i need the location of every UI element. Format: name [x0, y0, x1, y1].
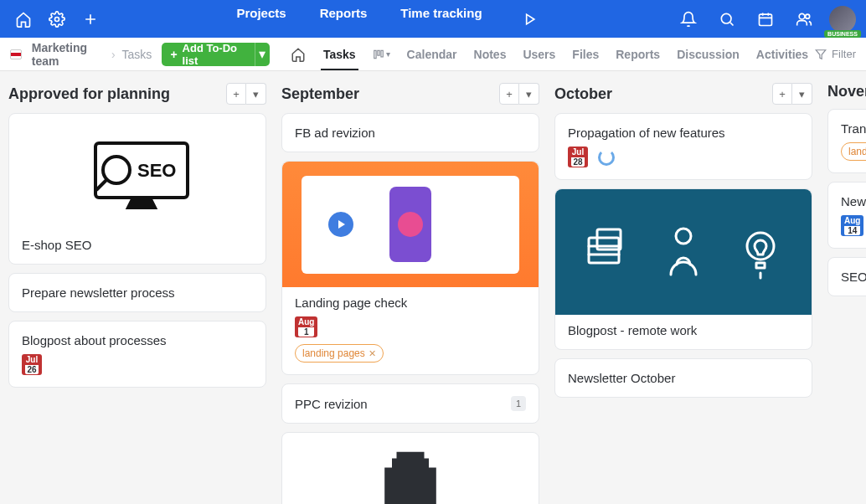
svg-point-4 — [806, 14, 810, 18]
nav-projects[interactable]: Projects — [236, 6, 286, 33]
task-title: Translations — [841, 121, 864, 136]
calendar-icon[interactable] — [752, 6, 779, 33]
task-card[interactable] — [281, 432, 539, 504]
task-title: Newsletter October — [568, 371, 799, 385]
due-date-badge: Jul 28 — [568, 147, 588, 167]
task-card[interactable]: Newsletter October — [554, 358, 812, 398]
svg-point-0 — [55, 17, 59, 21]
add-todo-button[interactable]: +Add To-Do list ▾ — [162, 43, 270, 66]
tab-discussion[interactable]: Discussion — [677, 39, 740, 69]
nav-reports[interactable]: Reports — [320, 6, 368, 33]
breadcrumb: Marketing team › Tasks — [10, 41, 152, 68]
view-name: Tasks — [122, 48, 152, 61]
seo-illustration: SEO — [18, 122, 257, 231]
column-menu-button[interactable]: ▾ — [246, 83, 266, 105]
tag-chip[interactable]: landing — [841, 142, 866, 161]
people-icon[interactable] — [791, 6, 817, 33]
task-card[interactable]: PPC revizion 1 — [281, 383, 539, 424]
task-card[interactable]: SEO E-shop SEO — [8, 113, 266, 265]
play-icon — [328, 212, 353, 237]
landing-hero-image — [282, 162, 539, 287]
task-title: Prepare newsletter process — [22, 285, 253, 300]
add-todo-caret[interactable]: ▾ — [255, 43, 270, 66]
due-date-badge: Aug 1 — [295, 316, 317, 337]
avatar[interactable]: BUSINESS — [829, 6, 856, 33]
task-title: Landing page check — [295, 296, 526, 310]
svg-point-13 — [676, 229, 691, 244]
column-menu-button[interactable]: ▾ — [519, 83, 539, 105]
task-title: Blogpost about processes — [22, 333, 253, 347]
play-icon[interactable] — [516, 6, 543, 33]
plan-badge: BUSINESS — [824, 30, 861, 38]
task-title: SEO check — [841, 270, 864, 284]
gear-icon[interactable] — [44, 6, 70, 33]
task-card[interactable]: FB ad revizion — [281, 113, 539, 152]
tag-remove-icon[interactable]: ✕ — [369, 348, 376, 359]
task-card[interactable]: Propagation of new features Jul 28 — [554, 113, 812, 180]
view-toggle[interactable]: ▾ — [373, 49, 390, 60]
task-title: E-shop SEO — [22, 238, 253, 252]
task-card[interactable]: SEO check — [827, 257, 866, 296]
tab-tasks[interactable]: Tasks — [323, 39, 356, 69]
loading-spinner-icon — [598, 149, 615, 166]
task-card[interactable]: Prepare newsletter process — [8, 273, 266, 312]
task-title: Blogpost - remote work — [568, 323, 799, 337]
count-badge: 1 — [511, 396, 526, 411]
task-title: FB ad revizion — [295, 126, 526, 140]
column-menu-button[interactable]: ▾ — [792, 83, 812, 105]
tab-home-icon[interactable] — [290, 46, 307, 63]
bell-icon[interactable] — [675, 6, 702, 33]
column-title-september: September — [281, 85, 359, 103]
column-add-button[interactable]: + — [772, 83, 792, 105]
home-icon[interactable] — [10, 6, 37, 33]
column-add-button[interactable]: + — [499, 83, 519, 105]
search-icon[interactable] — [714, 6, 740, 33]
tag-chip[interactable]: landing pages✕ — [295, 344, 384, 363]
task-title: Newsletter — [841, 194, 864, 208]
svg-rect-2 — [760, 14, 772, 25]
document-illustration — [295, 445, 526, 504]
tab-activities[interactable]: Activities — [756, 39, 808, 69]
nav-timetracking[interactable]: Time tracking — [400, 6, 482, 33]
tab-users[interactable]: Users — [523, 39, 555, 69]
column-title-approved: Approved for planning — [8, 85, 170, 103]
column-title-november: November — [827, 83, 866, 100]
task-card[interactable]: Landing page check Aug 1 landing pages✕ — [281, 161, 539, 375]
remote-hero-image — [555, 189, 812, 315]
tab-reports[interactable]: Reports — [616, 39, 660, 69]
svg-text:SEO: SEO — [137, 160, 176, 181]
plus-icon[interactable] — [77, 6, 104, 33]
task-card[interactable]: Translations landing — [827, 109, 866, 173]
task-card[interactable]: Newsletter Aug 14 — [827, 182, 866, 249]
due-date-badge: Aug 14 — [841, 215, 863, 236]
tab-notes[interactable]: Notes — [474, 39, 507, 69]
svg-rect-15 — [756, 263, 765, 268]
svg-rect-7 — [381, 50, 383, 57]
task-card[interactable]: Blogpost about processes Jul 26 — [8, 321, 266, 388]
tab-calendar[interactable]: Calendar — [407, 39, 457, 69]
task-card[interactable]: Blogpost - remote work — [554, 188, 812, 350]
due-date-badge: Jul 26 — [22, 354, 42, 375]
task-title: PPC revizion — [295, 397, 368, 411]
svg-rect-5 — [374, 50, 375, 58]
svg-point-1 — [721, 13, 731, 23]
task-title: Propagation of new features — [568, 126, 799, 140]
svg-rect-6 — [377, 50, 379, 55]
svg-point-9 — [103, 157, 130, 183]
filter-button[interactable]: Filter — [815, 48, 856, 60]
project-name[interactable]: Marketing team — [32, 41, 105, 68]
tab-files[interactable]: Files — [572, 39, 599, 69]
column-title-october: October — [554, 85, 612, 103]
svg-point-3 — [799, 13, 805, 19]
flag-icon — [10, 49, 22, 59]
column-add-button[interactable]: + — [226, 83, 246, 105]
